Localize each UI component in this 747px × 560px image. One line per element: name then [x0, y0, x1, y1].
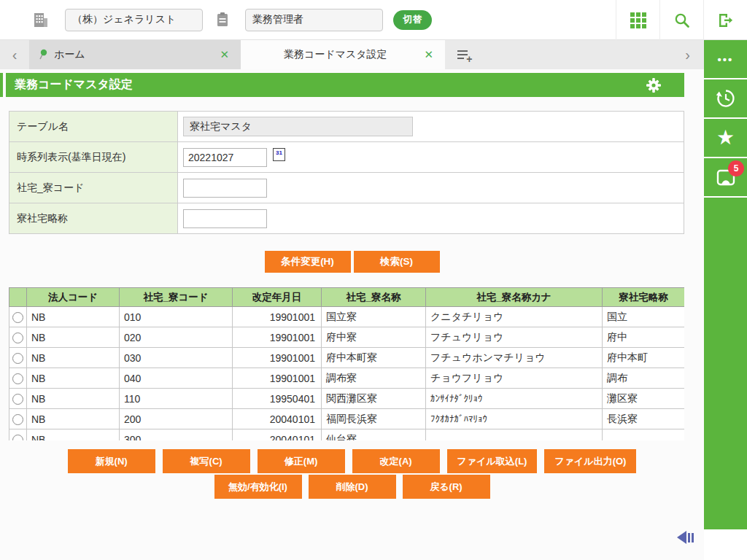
tab-home-close-icon[interactable]: ✕	[217, 48, 232, 61]
row-radio-button[interactable]	[12, 373, 23, 384]
tabs-scroll-right-icon[interactable]: ›	[671, 40, 704, 69]
table-name-readonly-field: 寮社宅マスタ	[183, 117, 413, 136]
switch-button[interactable]: 切替	[393, 10, 432, 30]
tabbar: ‹ ホーム ✕ 業務コードマスタ設定 ✕ + ›	[0, 40, 704, 69]
role-input[interactable]	[245, 9, 383, 31]
notification-badge: 5	[728, 160, 744, 176]
delete-button[interactable]: 削除(D)	[309, 475, 396, 499]
main-content: 業務コードマスタ設定 テーブル名 寮社宅マスタ 時系列表示(基準日現在) 31	[0, 69, 704, 560]
action-buttons-row2: 無効/有効化(I) 削除(D) 戻る(R)	[0, 475, 704, 499]
modify-button[interactable]: 修正(M)	[258, 449, 345, 473]
row-radio-button[interactable]	[12, 414, 23, 425]
right-sidebar: ••• ★ 5	[704, 40, 747, 560]
dorm-abbr-input[interactable]	[183, 209, 267, 228]
table-row[interactable]: NB 010 19901001 国立寮 クニタチリョウ 国立	[9, 307, 685, 327]
page-titlebar: 業務コードマスタ設定	[6, 73, 684, 97]
titlebar-edge-sliver	[0, 73, 3, 97]
base-date-input[interactable]	[183, 148, 267, 167]
page-title: 業務コードマスタ設定	[15, 77, 645, 93]
history-icon[interactable]	[704, 79, 747, 117]
table-row[interactable]: NB 020 19901001 府中寮 フチュウリョウ 府中	[9, 327, 685, 348]
company-input[interactable]	[65, 9, 203, 31]
pin-icon	[38, 49, 48, 61]
form-label: 寮社宅略称	[9, 203, 178, 233]
form-row-base-date: 時系列表示(基準日現在) 31	[9, 142, 684, 173]
results-table: 法人コード 社宅_寮コード 改定年月日 社宅_寮名称 社宅_寮名称カナ 寮社宅略…	[9, 287, 684, 440]
row-radio-button[interactable]	[12, 353, 23, 364]
search-icon[interactable]	[659, 0, 703, 40]
topbar: 切替	[0, 0, 747, 40]
revise-button[interactable]: 改定(A)	[352, 449, 440, 473]
results-table-wrap: 法人コード 社宅_寮コード 改定年月日 社宅_寮名称 社宅_寮名称カナ 寮社宅略…	[9, 287, 684, 440]
column-header: 改定年月日	[233, 288, 322, 307]
row-radio-button[interactable]	[12, 394, 23, 405]
form-row-table-name: テーブル名 寮社宅マスタ	[9, 112, 684, 142]
search-form: テーブル名 寮社宅マスタ 時系列表示(基準日現在) 31 社宅_寮コード 寮	[9, 111, 684, 234]
form-row-dorm-code: 社宅_寮コード	[9, 173, 684, 203]
table-header-row: 法人コード 社宅_寮コード 改定年月日 社宅_寮名称 社宅_寮名称カナ 寮社宅略…	[9, 288, 685, 307]
table-row[interactable]: NB 200 20040101 福岡長浜寮 ﾌｸｵｶﾅｶﾞﾊﾏﾘｮｳ 長浜寮	[9, 409, 685, 429]
action-buttons-row1: 新規(N) 複写(C) 修正(M) 改定(A) ファイル取込(L) ファイル出力…	[0, 449, 704, 473]
tab-active[interactable]: 業務コードマスタ設定 ✕	[241, 40, 445, 69]
search-button[interactable]: 検索(S)	[354, 251, 440, 273]
notifications-icon[interactable]: 5	[704, 158, 747, 196]
tab-home-label: ホーム	[54, 48, 217, 61]
form-row-dorm-abbr: 寮社宅略称	[9, 203, 684, 234]
form-label: 社宅_寮コード	[9, 173, 178, 203]
new-tab-icon[interactable]: +	[445, 40, 481, 69]
collapse-panel-arrow-icon[interactable]	[677, 531, 694, 544]
column-header: 社宅_寮コード	[120, 288, 233, 307]
apps-grid-icon[interactable]	[616, 0, 659, 40]
radio-column-header	[9, 288, 27, 307]
role-clipboard-icon	[216, 12, 229, 28]
row-radio-button[interactable]	[12, 332, 23, 343]
change-condition-button[interactable]: 条件変更(H)	[265, 251, 351, 273]
form-label: テーブル名	[9, 112, 178, 141]
enable-disable-button[interactable]: 無効/有効化(I)	[214, 475, 302, 499]
row-radio-button[interactable]	[12, 435, 23, 440]
more-menu-icon[interactable]: •••	[704, 40, 747, 78]
table-row[interactable]: NB 030 19901001 府中本町寮 フチュウホンマチリョウ 府中本町	[9, 348, 685, 368]
form-label: 時系列表示(基準日現在)	[9, 142, 178, 172]
dorm-code-input[interactable]	[183, 179, 267, 198]
column-header: 社宅_寮名称カナ	[426, 288, 603, 307]
topbar-right-icons	[616, 0, 747, 40]
app-window: 切替 ‹ ホーム ✕ 業務コードマスタ設定 ✕ +	[0, 0, 747, 560]
logout-icon[interactable]	[703, 0, 747, 40]
settings-gear-icon[interactable]	[645, 77, 662, 94]
tab-active-label: 業務コードマスタ設定	[249, 48, 421, 61]
calendar-icon[interactable]: 31	[273, 148, 285, 161]
new-button[interactable]: 新規(N)	[68, 449, 155, 473]
tabs-scroll-left-icon[interactable]: ‹	[0, 40, 29, 69]
tab-home[interactable]: ホーム ✕	[29, 40, 241, 69]
copy-button[interactable]: 複写(C)	[163, 449, 250, 473]
file-import-button[interactable]: ファイル取込(L)	[447, 449, 538, 473]
tab-active-close-icon[interactable]: ✕	[421, 48, 436, 61]
company-building-icon	[33, 12, 49, 28]
sidebar-filler	[704, 198, 747, 529]
table-row[interactable]: NB 040 19901001 調布寮 チョウフリョウ 調布	[9, 368, 685, 389]
row-radio-button[interactable]	[12, 312, 23, 323]
search-buttons-row: 条件変更(H) 検索(S)	[0, 251, 704, 273]
column-header: 法人コード	[27, 288, 120, 307]
file-export-button[interactable]: ファイル出力(O)	[544, 449, 636, 473]
table-row[interactable]: NB 110 19950401 関西灘区寮 ｶﾝｻｲﾅﾀﾞｸﾘｮｳ 灘区寮	[9, 389, 685, 409]
favorites-star-icon[interactable]: ★	[704, 119, 747, 157]
column-header: 寮社宅略称	[603, 288, 685, 307]
back-button[interactable]: 戻る(R)	[403, 475, 490, 499]
table-row[interactable]: NB 300 20040101 仙台寮	[9, 429, 685, 441]
column-header: 社宅_寮名称	[322, 288, 426, 307]
